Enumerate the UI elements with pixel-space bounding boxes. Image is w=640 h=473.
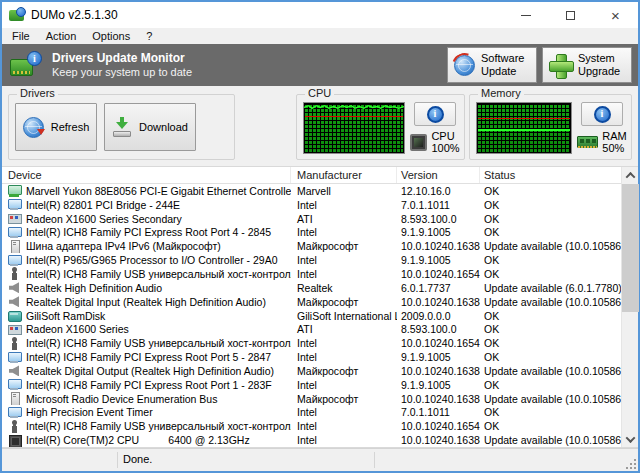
- cpu-usage-line: [304, 103, 404, 149]
- system-upgrade-label: System Upgrade: [578, 52, 625, 78]
- memory-usage-graph: [476, 102, 572, 154]
- gpu-device-icon: [8, 212, 21, 225]
- manufacturer-cell: Intel: [291, 351, 397, 363]
- close-button[interactable]: ×: [593, 2, 638, 28]
- system-upgrade-button[interactable]: System Upgrade: [542, 47, 632, 83]
- banner-title: Drivers Update Monitor: [52, 51, 192, 66]
- cpu-metric-name: CPU: [431, 130, 454, 142]
- status-cell: OK: [480, 254, 621, 266]
- device-name: Microsoft Radio Device Enumeration Bus: [26, 393, 217, 405]
- memory-info-button[interactable]: i: [581, 102, 623, 126]
- version-cell: 10.0.10240.16542: [397, 420, 480, 432]
- table-row[interactable]: Шина адаптера IPv4 IPv6 (Майкрософт) Май…: [2, 239, 621, 253]
- column-header-device[interactable]: Device: [2, 167, 291, 183]
- manufacturer-cell: Realtek: [291, 282, 397, 294]
- version-cell: 10.0.10240.16384: [397, 240, 480, 252]
- ram-metric-value: 50%: [602, 142, 624, 154]
- refresh-globe-icon: [23, 117, 44, 138]
- device-name: Realtek High Definition Audio: [26, 282, 162, 294]
- green-plus-icon: [549, 54, 572, 77]
- status-cell: OK: [480, 213, 621, 225]
- menu-options[interactable]: Options: [84, 28, 138, 44]
- table-row[interactable]: Intel(R) ICH8 Family PCI Express Root Po…: [2, 226, 621, 240]
- version-cell: 9.1.9.1005: [397, 379, 480, 391]
- manufacturer-cell: Intel: [291, 226, 397, 238]
- column-header-manufacturer[interactable]: Manufacturer: [291, 167, 397, 183]
- manufacturer-cell: Майкрософт: [291, 393, 397, 405]
- app-window: DUMo v2.5.1.30 × File Action Options ? i…: [0, 0, 640, 473]
- version-cell: 10.0.10240.16384: [397, 296, 480, 308]
- table-row[interactable]: Intel(R) P965/G965 Processor to I/O Cont…: [2, 253, 621, 267]
- cpu-group: CPU i CPU 100%: [296, 94, 465, 160]
- table-row[interactable]: Realtek High Definition Audio Realtek 6.…: [2, 281, 621, 295]
- table-row[interactable]: Intel(R) ICH8 Family USB универсальный х…: [2, 419, 621, 433]
- resize-grip-icon[interactable]: [625, 458, 637, 470]
- table-row[interactable]: Radeon X1600 Series ATI 8.593.100.0 OK: [2, 322, 621, 336]
- scrollbar-down-button[interactable]: [622, 431, 639, 447]
- chevron-up-icon: [626, 171, 636, 181]
- status-cell: OK: [480, 185, 621, 197]
- app-icon: [9, 10, 24, 21]
- version-cell: 7.0.1.1011: [397, 199, 480, 211]
- status-cell: OK: [480, 406, 621, 418]
- version-cell: 2009.0.0.0: [397, 310, 480, 322]
- menu-file[interactable]: File: [4, 28, 38, 44]
- device-name: Intel(R) ICH8 Family USB универсальный х…: [26, 337, 291, 349]
- table-row[interactable]: Marvell Yukon 88E8056 PCI-E Gigabit Ethe…: [2, 184, 621, 198]
- table-row[interactable]: Intel(R) ICH8 Family USB универсальный х…: [2, 267, 621, 281]
- memory-threshold-line: [478, 118, 570, 119]
- software-update-label: Software Update: [481, 52, 530, 78]
- table-row[interactable]: Intel(R) ICH8 Family PCI Express Root Po…: [2, 378, 621, 392]
- table-row[interactable]: Realtek Digital Input (Realtek High Defi…: [2, 295, 621, 309]
- column-header-version[interactable]: Version: [397, 167, 480, 183]
- menu-help[interactable]: ?: [138, 28, 160, 44]
- download-button[interactable]: Download: [104, 103, 196, 151]
- scrollbar-up-button[interactable]: [622, 167, 639, 183]
- scrollbar-thumb[interactable]: [622, 184, 639, 312]
- minimize-button[interactable]: [503, 2, 548, 28]
- refresh-button[interactable]: Refresh: [15, 103, 97, 151]
- device-name: Intel(R) P965/G965 Processor to I/O Cont…: [26, 254, 278, 266]
- status-cell: Update available (10.0.10586.0): [480, 434, 621, 446]
- refresh-label: Refresh: [51, 121, 90, 133]
- ram-metric-name: RAM: [602, 130, 626, 142]
- bus-device-icon: [8, 392, 21, 405]
- table-row[interactable]: Intel(R) ICH8 Family USB универсальный х…: [2, 336, 621, 350]
- red-arrow-icon: [37, 129, 45, 139]
- version-cell: 10.0.10240.16384: [397, 393, 480, 405]
- info-icon: i: [27, 51, 42, 66]
- audio-device-icon: [8, 295, 21, 308]
- gpu-device-icon: [8, 323, 21, 336]
- software-update-button[interactable]: Software Update: [447, 47, 537, 83]
- table-row[interactable]: Realtek Digital Output (Realtek High Def…: [2, 364, 621, 378]
- status-cell: OK: [480, 337, 621, 349]
- device-name: Intel(R) ICH8 Family USB универсальный х…: [26, 420, 291, 432]
- table-row[interactable]: Radeon X1600 Series Secondary ATI 8.593.…: [2, 212, 621, 226]
- version-cell: 10.0.10240.16542: [397, 268, 480, 280]
- banner-subtitle: Keep your system up to date: [52, 66, 192, 79]
- status-cell: Update available (10.0.10586.0): [480, 365, 621, 377]
- maximize-button[interactable]: [548, 2, 593, 28]
- close-icon: ×: [611, 8, 620, 23]
- table-row[interactable]: Microsoft Radio Device Enumeration Bus М…: [2, 392, 621, 406]
- manufacturer-cell: Майкрософт: [291, 296, 397, 308]
- title-bar: DUMo v2.5.1.30 ×: [2, 2, 638, 28]
- usb-device-icon: [8, 420, 21, 433]
- table-row[interactable]: Intel(R) 82801 PCI Bridge - 244E Intel 7…: [2, 198, 621, 212]
- device-name: Realtek Digital Output (Realtek High Def…: [26, 365, 274, 377]
- table-row[interactable]: Intel(R) Core(TM)2 CPU 6400 @ 2.13GHz In…: [2, 433, 621, 447]
- table-row[interactable]: GiliSoft RamDisk GiliSoft International …: [2, 309, 621, 323]
- device-name: High Precision Event Timer: [26, 406, 153, 418]
- column-header-status[interactable]: Status: [480, 167, 621, 183]
- cpu-group-label: CPU: [305, 87, 334, 99]
- table-row[interactable]: High Precision Event Timer Intel 7.0.1.1…: [2, 406, 621, 420]
- red-swoosh-icon: [448, 48, 481, 81]
- device-name: Intel(R) 82801 PCI Bridge - 244E: [26, 199, 180, 211]
- panel-row: Drivers Refresh Download CPU: [2, 86, 638, 166]
- vertical-scrollbar[interactable]: [621, 167, 638, 447]
- ram-module-icon: [577, 136, 598, 148]
- cpu-info-button[interactable]: i: [414, 102, 456, 126]
- version-cell: 9.1.9.1005: [397, 254, 480, 266]
- table-row[interactable]: Intel(R) ICH8 Family PCI Express Root Po…: [2, 350, 621, 364]
- menu-action[interactable]: Action: [38, 28, 85, 44]
